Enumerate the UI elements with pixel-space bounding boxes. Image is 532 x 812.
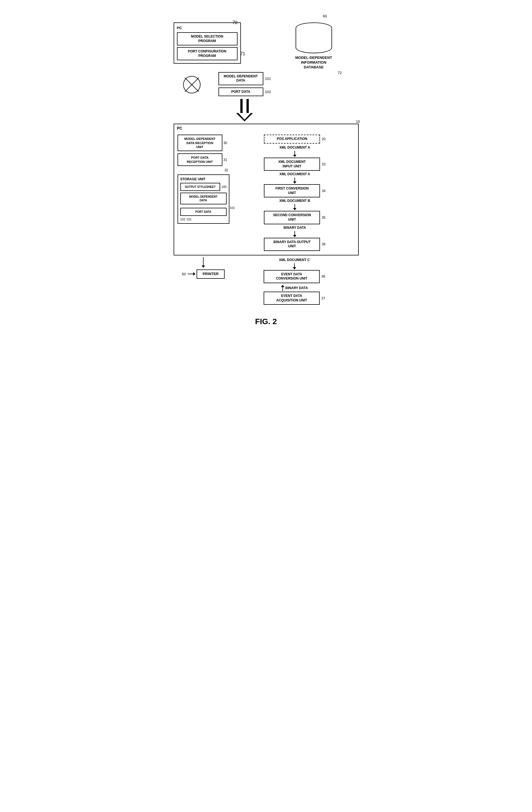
port-config-ref: 71: [240, 51, 245, 56]
xml-doc-a-label-2: XML DOCUMENT A: [235, 172, 355, 176]
event-data-section: XML DOCUMENT C EVENT DATACONVERSION UNIT…: [230, 257, 359, 306]
model-selection-box: MODEL SELECTIONPROGRAM: [177, 32, 238, 45]
model-dep-reception: MODEL-DEPENDENTDATA RECEPTIONUNIT: [177, 134, 222, 151]
pc-right-col: POS APPLICATION 20 XML DOCUMENT A: [235, 134, 355, 251]
xml-doc-a-label-1: XML DOCUMENT A: [235, 146, 355, 149]
event-data-conversion-ref: 38: [321, 275, 325, 278]
pos-application-ref: 20: [322, 137, 325, 141]
server-ref: 70: [232, 20, 238, 25]
model-dep-data-ref-top: 101: [265, 76, 271, 81]
printer-ref: 50: [182, 272, 186, 276]
second-conversion-unit: SECOND CONVERSIONUNIT: [264, 211, 320, 224]
port-data-reception-ref: 31: [224, 158, 227, 162]
printer-box: PRINTER: [197, 270, 225, 279]
database-label: MODEL-DEPENDENTINFORMATIONDATABASE: [295, 56, 332, 70]
cyl-body: [296, 28, 332, 53]
port-data-reception: PORT DATARECEPTION UNIT: [177, 154, 222, 166]
pc-left-col: MODEL-DEPENDENTDATA RECEPTIONUNIT 30 POR…: [177, 134, 229, 251]
port-config-box: PORT CONFIGURATIONPROGRAM: [177, 47, 238, 60]
xml-input-unit: XML DOCUMENTINPUT UNIT: [264, 158, 320, 171]
storage-label: STORAGE UNIT: [180, 177, 227, 181]
diagram: PC 70 MODEL SELECTIONPROGRAM PORT CONFIG…: [174, 14, 359, 326]
storage-101-ref: 101: [230, 206, 235, 209]
below-pc-section: 50 PRINTER XML DOCUM: [174, 257, 359, 306]
binary-data-label-1: BINARY DATA: [235, 226, 355, 230]
first-conversion-unit: FIRST CONVERSIONUNIT: [264, 184, 320, 198]
xml-doc-c-label: XML DOCUMENT C: [230, 258, 359, 262]
server-label: PC: [177, 26, 238, 30]
port-data-ref-top: 102: [265, 90, 271, 94]
fig-label: FIG. 2: [174, 317, 359, 326]
server-box: PC 70 MODEL SELECTIONPROGRAM PORT CONFIG…: [174, 23, 241, 64]
first-conversion-ref: 34: [322, 189, 325, 193]
model-dep-data-top: MODEL-DEPENDENTDATA: [218, 72, 263, 85]
port-data-storage: PORT DATA: [180, 208, 227, 216]
pos-application: POS APPLICATION: [264, 134, 320, 144]
storage-102-ref: 102: [180, 218, 185, 221]
xml-input-ref: 33: [322, 162, 325, 166]
output-stylesheet: OUTPUT STYLESHEET: [180, 183, 220, 191]
event-data-acquisition: EVENT DATAACQUISITION UNIT: [264, 292, 320, 305]
page: PC 70 MODEL SELECTIONPROGRAM PORT CONFIG…: [168, 5, 364, 343]
database-container: MODEL-DEPENDENTINFORMATIONDATABASE 72: [286, 23, 342, 75]
big-arrow: [236, 99, 253, 121]
pc-box: PC MODEL-DEPENDENTDATA RECEPTIONUNIT 30: [174, 124, 359, 255]
storage-ref-label: 32: [177, 168, 228, 172]
storage-101-ref2: 101: [187, 218, 191, 221]
database-cylinder: [296, 23, 332, 53]
storage-box: STORAGE UNIT OUTPUT STYLESHEET 100 MODE: [177, 174, 229, 224]
output-stylesheet-ref: 100: [221, 185, 226, 188]
binary-output-ref: 36: [322, 242, 325, 246]
event-data-conversion: EVENT DATACONVERSION UNIT: [264, 270, 320, 283]
xml-doc-b-label: XML DOCUMENT B: [235, 199, 355, 203]
binary-data-label-2: BINARY DATA: [286, 286, 308, 290]
second-conversion-ref: 35: [322, 216, 325, 219]
model-dep-reception-ref: 30: [224, 141, 227, 145]
event-data-acquisition-ref: 37: [321, 296, 325, 300]
pc-label: PC: [177, 126, 182, 130]
db-ref-60: 60: [323, 14, 327, 18]
printer-section: 50 PRINTER: [182, 257, 225, 306]
port-data-top: PORT DATA: [218, 87, 263, 97]
network-symbol: [182, 75, 202, 96]
binary-output-unit: BINARY DATA OUTPUTUNIT: [264, 238, 320, 251]
model-dep-data-storage: MODEL-DEPENDENTDATA: [180, 193, 227, 204]
